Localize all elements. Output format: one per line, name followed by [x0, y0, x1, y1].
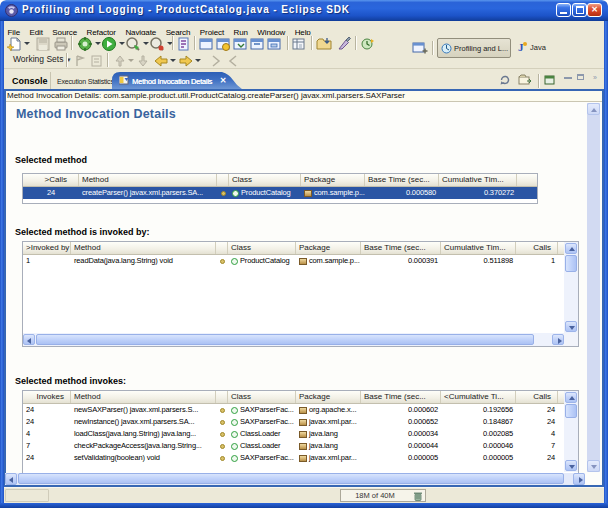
table-row[interactable]: 7checkPackageAccess(java.lang.String...C…	[23, 440, 564, 452]
svg-text:J: J	[518, 41, 524, 53]
column-header[interactable]: >Calls	[23, 174, 79, 186]
console-view-icon[interactable]	[266, 36, 282, 52]
table-vertical-scrollbar[interactable]	[564, 242, 578, 333]
column-header[interactable]: Package	[296, 242, 361, 254]
cell-text: java.lang	[309, 428, 338, 440]
tab-close-icon[interactable]: ✕	[217, 76, 229, 88]
table-row[interactable]: 24newInstance() javax.xml.parsers.SA...S…	[23, 416, 564, 428]
column-header[interactable]: Package	[296, 391, 361, 403]
scroll-down-button[interactable]	[565, 321, 577, 332]
scroll-left-button[interactable]	[5, 473, 17, 485]
tab-execution-statistics[interactable]: Execution Statistics	[50, 72, 121, 89]
print-icon	[53, 36, 69, 52]
back-icon[interactable]	[153, 53, 169, 69]
column-header[interactable]: Cumulative Tim...	[439, 174, 517, 186]
scroll-right-button[interactable]	[573, 473, 585, 485]
scroll-down-button[interactable]	[587, 460, 600, 472]
column-header[interactable]	[217, 174, 229, 186]
column-header[interactable]: Class	[229, 174, 301, 186]
view-menu-icon[interactable]	[543, 73, 557, 87]
table-row[interactable]: 24newSAXParser() javax.xml.parsers.S...S…	[23, 404, 564, 416]
new-java-class-icon[interactable]	[176, 36, 192, 52]
column-header[interactable]: Calls	[516, 242, 558, 254]
scroll-right-button[interactable]	[552, 334, 564, 345]
column-header[interactable]: Calls	[516, 391, 558, 403]
package-explorer-icon[interactable]	[232, 36, 248, 52]
scroll-left-button[interactable]	[23, 334, 35, 345]
table-row[interactable]: 24createParser() javax.xml.parsers.SA...…	[23, 187, 537, 199]
perspective-profiling-button[interactable]: Profiling and L...	[437, 38, 511, 58]
scroll-up-button[interactable]	[587, 103, 600, 115]
form-horizontal-scrollbar[interactable]	[5, 473, 585, 485]
filter-brush-icon[interactable]	[336, 36, 352, 52]
java-browsing-icon[interactable]	[198, 36, 214, 52]
close-button[interactable]: ✕	[587, 3, 602, 17]
new-wizard-icon[interactable]	[7, 36, 23, 52]
column-header[interactable]: Base Time (sec...	[361, 391, 441, 403]
table-cell: setValidating(boolean) void	[71, 452, 216, 464]
scrollbar-thumb[interactable]	[36, 334, 534, 345]
import-log-icon[interactable]	[316, 36, 332, 52]
profile-last-icon[interactable]	[149, 36, 165, 52]
run-last-tool-icon[interactable]	[125, 36, 141, 52]
cell-text: 0.511898	[483, 255, 513, 267]
forward-dropdown-icon[interactable]	[195, 59, 201, 62]
table-row[interactable]: 1readData(java.lang.String) voidProductC…	[23, 255, 564, 267]
column-header[interactable]: >Invoked by	[23, 242, 71, 254]
profile-icon[interactable]	[77, 36, 93, 52]
scroll-up-button[interactable]	[565, 392, 577, 403]
maximize-button[interactable]	[572, 3, 587, 17]
table-row[interactable]: 24setValidating(boolean) voidSAXParserFa…	[23, 452, 564, 464]
column-header[interactable]: Method	[71, 242, 216, 254]
scrollbar-thumb[interactable]	[18, 473, 564, 484]
minimize-view-icon[interactable]	[564, 77, 572, 79]
perspective-java-button[interactable]: J Java	[514, 38, 560, 58]
scrollbar-thumb[interactable]	[565, 404, 577, 418]
table-cell: ProductCatalog	[229, 187, 301, 199]
column-header[interactable]: Base Time (sec...	[365, 174, 439, 186]
column-header[interactable]: Cumulative Tim...	[441, 242, 516, 254]
table-cell: 24	[23, 452, 71, 464]
chevron-icon[interactable]: »	[593, 75, 601, 81]
column-header[interactable]: Class	[228, 391, 296, 403]
forward-icon[interactable]	[178, 53, 194, 69]
run-icon[interactable]	[101, 36, 117, 52]
open-report-icon[interactable]	[518, 73, 532, 87]
refresh-views-icon[interactable]	[498, 73, 512, 87]
cell-text: 1	[551, 255, 555, 267]
column-header[interactable]: <Cumulative Ti...	[441, 391, 516, 403]
scroll-up-button[interactable]	[565, 243, 577, 254]
garbage-collect-icon[interactable]	[413, 491, 423, 501]
heap-status[interactable]: 18M of 40M	[340, 489, 426, 502]
table-horizontal-scrollbar[interactable]	[23, 333, 564, 346]
table-row[interactable]: 4loadClass(java.lang.String) java.lang..…	[23, 428, 564, 440]
scroll-down-button[interactable]	[565, 460, 577, 471]
open-perspective-icon[interactable]	[412, 40, 428, 56]
class-icon	[231, 443, 238, 450]
column-header[interactable]	[216, 242, 228, 254]
execution-statistics-icon[interactable]	[291, 36, 307, 52]
back-dropdown-icon[interactable]	[170, 59, 176, 62]
column-header[interactable]: Base Time (sec...	[361, 242, 441, 254]
column-header[interactable]: Package	[301, 174, 365, 186]
scrollbar-thumb[interactable]	[565, 255, 577, 272]
open-type-icon[interactable]	[215, 36, 231, 52]
new-dropdown-icon[interactable]	[24, 42, 30, 45]
form-title: Method Invocation Details	[16, 107, 176, 121]
title-bar[interactable]: Profiling and Logging - ProductCatalog.j…	[0, 0, 608, 21]
column-header[interactable]	[216, 391, 228, 403]
debug-view-icon[interactable]	[249, 36, 265, 52]
tab-console[interactable]: Console	[6, 72, 54, 89]
table-cell: 4	[23, 428, 71, 440]
column-header[interactable]: Class	[228, 242, 296, 254]
column-header[interactable]: Invokes	[23, 391, 71, 403]
maximize-view-icon[interactable]	[577, 74, 584, 80]
table-vertical-scrollbar[interactable]	[564, 391, 578, 472]
column-header[interactable]: Method	[79, 174, 217, 186]
form-vertical-scrollbar[interactable]	[587, 103, 600, 472]
minimize-button[interactable]	[556, 3, 571, 17]
cell-text: 1	[26, 255, 30, 267]
profiling-monitor-icon[interactable]	[360, 36, 376, 52]
column-header[interactable]: Method	[71, 391, 216, 403]
arrow-left-icon	[27, 338, 31, 344]
